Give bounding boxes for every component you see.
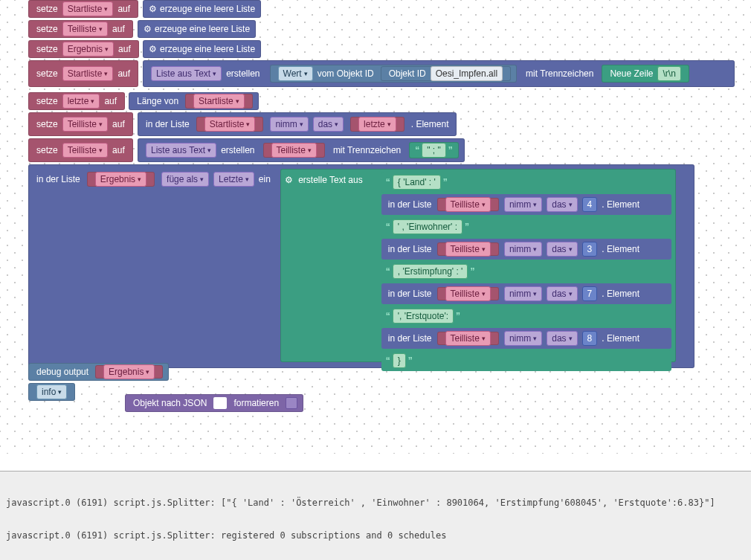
json-checkbox[interactable] <box>286 397 297 409</box>
lbl-empty-list: erzeuge eine leere Liste <box>160 4 255 14</box>
text-piece-5[interactable]: “}” <box>381 350 671 371</box>
text-piece-1[interactable]: “{ 'Land' : '” <box>381 172 671 193</box>
delimiter-newline[interactable]: Neue Zeile \r\n <box>602 65 689 83</box>
var-ref-teilliste[interactable]: Teilliste <box>263 143 325 158</box>
create-empty-list-2[interactable]: erzeuge eine leere Liste <box>138 20 256 38</box>
kw-setze: setze <box>36 4 58 14</box>
var-teilliste[interactable]: Teilliste <box>62 22 108 36</box>
text-piece-4[interactable]: “', 'Erstquote':” <box>381 306 671 326</box>
num-7[interactable]: 7 <box>582 286 598 301</box>
set-startliste-1[interactable]: setze Startliste auf <box>28 0 138 18</box>
set-startliste-2[interactable]: setze Startliste auf <box>28 60 138 87</box>
dd-list-from-text[interactable]: Liste aus Text <box>151 66 222 81</box>
gear-icon[interactable] <box>144 24 155 34</box>
in-list-get[interactable]: in der Liste Startliste nimm das letzte … <box>138 112 457 136</box>
length-of[interactable]: Länge von Startliste <box>129 92 259 110</box>
dd-nimm[interactable]: nimm <box>270 117 308 132</box>
list-insert-block[interactable]: in der Liste Ergebnis füge als Letzte ei… <box>28 164 694 368</box>
log-line: javascript.0 (6191) script.js.Splitter: … <box>6 530 745 541</box>
gear-icon[interactable] <box>285 175 296 185</box>
dd-info[interactable]: info <box>36 384 67 399</box>
gear-icon[interactable] <box>149 44 160 54</box>
list-from-text-2[interactable]: Liste aus Text erstellen Teilliste mit T… <box>138 138 465 162</box>
lbl-length-of: Länge von <box>137 96 178 106</box>
log-console: javascript.0 (6191) script.js.Splitter: … <box>0 471 751 560</box>
var-ref-ergebnis[interactable]: Ergebnis <box>87 172 155 187</box>
var-ref-startliste[interactable]: Startliste <box>185 94 253 109</box>
num-3[interactable]: 3 <box>582 242 598 257</box>
info-block[interactable]: info <box>28 383 75 401</box>
var-letzte[interactable]: letzte <box>62 94 100 109</box>
object-id-field[interactable]: Oesi_Impfen.all <box>431 66 503 81</box>
var-startliste[interactable]: Startliste <box>62 1 114 16</box>
rn-field[interactable]: \r\n <box>657 66 680 81</box>
create-empty-list-3[interactable]: erzeuge eine leere Liste <box>143 40 261 58</box>
gear-icon[interactable] <box>149 4 160 14</box>
var-ref-letzte[interactable]: letzte <box>350 117 404 132</box>
get-value-block[interactable]: Wert vom Objekt ID Objekt ID Oesi_Impfen… <box>270 65 518 83</box>
dd-wert[interactable]: Wert <box>278 66 313 81</box>
text-piece-2[interactable]: “' , 'Einwohner' :” <box>381 216 671 237</box>
blockly-workspace[interactable]: setze Startliste auf erzeuge eine leere … <box>0 0 751 454</box>
debug-output[interactable]: debug output Ergebnis <box>28 363 169 381</box>
set-teilliste-2[interactable]: setze Teilliste auf <box>28 112 133 136</box>
list-get-3[interactable]: in der Liste Teilliste nimm das 3 . Elem… <box>381 239 671 260</box>
set-teilliste-3[interactable]: setze Teilliste auf <box>28 138 133 162</box>
set-letzte[interactable]: setze letzte auf <box>28 92 125 110</box>
json-format[interactable]: Objekt nach JSON formatieren <box>125 394 303 412</box>
dd-fuege-als[interactable]: füge als <box>161 172 209 187</box>
var-ergebnis[interactable]: Ergebnis <box>62 42 114 57</box>
create-empty-list-1[interactable]: erzeuge eine leere Liste <box>143 0 261 18</box>
delimiter-semi[interactable]: “" ; "” <box>409 142 459 158</box>
num-4[interactable]: 4 <box>582 197 598 212</box>
kw-auf: auf <box>117 4 130 14</box>
var-ref-startliste-2[interactable]: Startliste <box>196 117 264 132</box>
object-id-block[interactable]: Objekt ID Oesi_Impfen.all <box>381 66 511 81</box>
dd-das[interactable]: das <box>313 117 344 132</box>
log-line: javascript.0 (6191) script.js.Splitter: … <box>6 497 745 509</box>
list-get-7[interactable]: in der Liste Teilliste nimm das 7 . Elem… <box>381 283 671 304</box>
dd-letzte[interactable]: Letzte <box>213 172 254 187</box>
var-startliste[interactable]: Startliste <box>62 66 114 81</box>
list-get-8[interactable]: in der Liste Teilliste nimm das 8 . Elem… <box>381 328 671 349</box>
set-teilliste-1[interactable]: setze Teilliste auf <box>28 20 133 38</box>
list-from-text-1[interactable]: Liste aus Text erstellen Wert vom Objekt… <box>143 60 735 87</box>
text-piece-3[interactable]: “, 'Erstimpfung' : '” <box>381 261 671 282</box>
set-ergebnis[interactable]: setze Ergebnis auf <box>28 40 139 58</box>
create-text-block[interactable]: erstelle Text aus “{ 'Land' : '” in der … <box>280 169 676 362</box>
num-8[interactable]: 8 <box>582 331 598 346</box>
json-input-slot[interactable] <box>213 397 227 409</box>
list-get-4[interactable]: in der Liste Teilliste nimm das 4 . Elem… <box>381 194 671 215</box>
